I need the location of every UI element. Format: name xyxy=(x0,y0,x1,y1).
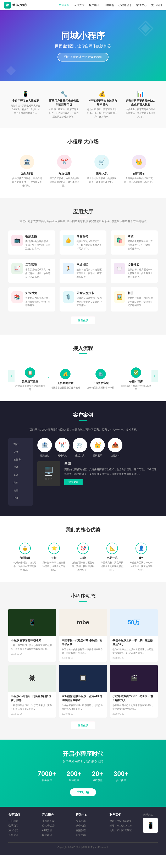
market-grid: 🏦 活跃钱包 提供便捷支付服务，用户扫码即可完成支付，方便快捷，安全可靠。 ✂️… xyxy=(8,155,158,188)
cta-button[interactable]: 立即开始 xyxy=(70,788,96,796)
footer-link[interactable]: 联系我们 xyxy=(8,824,34,828)
flow-prev-button[interactable]: ‹ xyxy=(8,370,14,382)
app-card-info: 相册 支持照片分享、相册管理等功能，为用户提供美好记忆存储空间。 xyxy=(128,291,155,307)
cta-section: 开启小程序时代 您的梦想与远见，我们帮您实现 7000+ 服务客户 200+ 应… xyxy=(0,740,166,807)
footer-link[interactable]: 网站建设 xyxy=(42,834,68,837)
news-card-body: 企业如何利用小程序，引流APP打通微信流量渠道 企业如何有效利用小程序引流，进而… xyxy=(59,692,107,718)
hero-decoration: ◈ xyxy=(138,14,154,39)
nav-link[interactable]: 客户案例 xyxy=(89,2,99,8)
app-more-button[interactable]: 查看更多 xyxy=(71,317,95,324)
footer-link[interactable]: 公司简介 xyxy=(8,819,34,823)
footer-link[interactable]: 视频教程 xyxy=(76,829,101,832)
flow-step-text: 审核通过后即可正式使用小程序 xyxy=(120,385,152,391)
market-card-title: 生活人员 xyxy=(86,172,117,176)
news-card-title: 小程序 春节暂停审核通知 xyxy=(11,639,54,643)
app-hall-section: 应用大厅 通过不同形式多方面运营商业应用场景, 给不同的商家提供最完整的应用服务… xyxy=(0,198,166,335)
intro-text: 微信小程序的开发对于大部分行业来说，都是个大利好，小程序开发能力赋能各... xyxy=(10,104,40,115)
news-card-img-label: 微 xyxy=(29,674,35,682)
footer-link[interactable]: 操作指南 xyxy=(76,824,101,828)
footer-link[interactable]: 新闻资讯 xyxy=(8,834,34,837)
news-card-title: 小程序不只门面，门店更多的价值在于服务 xyxy=(11,694,54,702)
news-more-button[interactable]: 查看更多 xyxy=(71,722,95,729)
nav-link[interactable]: 应用大厅 xyxy=(74,2,85,8)
app-hall-header: 应用大厅 通过不同形式多方面运营商业应用场景, 给不同的商家提供最完整的应用服务… xyxy=(8,209,158,223)
footer-col-title: 联系我们 xyxy=(109,813,135,817)
flow-step: 💰 选择套餐付款 根据需求选择适合的服务套餐 xyxy=(50,369,81,389)
advantage-icon: 📐 xyxy=(106,542,118,554)
app-card-info: 视频直播 实现多种类型直播需求，提供专业直播功能，支持互动、打赏等。 xyxy=(25,235,52,251)
client-sidebar-item[interactable]: 分类 xyxy=(11,448,30,456)
app-card-info: 语音识别打卡 智能语音识别技术，实现便捷打卡签到，提升用户互动体验。 xyxy=(76,291,104,307)
client-sidebar-item[interactable]: 首页 xyxy=(11,441,30,448)
news-card: 58万 微信小程序上线一年，累计注册数量达58万 微信小程序自上线以来发展迅速，… xyxy=(110,609,158,662)
news-card-image: 58万 xyxy=(110,609,158,636)
footer-link[interactable]: 电话：400-xxx-xxxx xyxy=(109,819,135,823)
navigation: 微 微信小程序 网站首页应用大厅客户案例代理加盟小程序动态帮助中心关于我们 xyxy=(0,0,166,10)
news-card-title: 微信小程序上线一年，累计注册数量达58万 xyxy=(112,639,155,647)
footer-link[interactable]: 公众号运营 xyxy=(42,824,68,828)
advantage-title: 我们的核心优势 xyxy=(8,526,158,533)
app-card-text: 实现多种类型直播需求，提供专业直播功能，支持互动、打赏等。 xyxy=(25,240,52,251)
news-card: 微 小程序不只门面，门店更多的价值在于服务 小程序不只是门面，对于门店来说，更多… xyxy=(8,665,56,718)
footer-link[interactable]: 常见问题 xyxy=(76,819,101,823)
advantage-text: 产品线完整，满足不同规模企业的数字化转型需求。 xyxy=(100,561,125,572)
app-hall-line xyxy=(79,217,87,217)
app-card: 🛍️ 商城 完整的电商解决方案，支持商品管理、订单处理、售后服务等。 xyxy=(110,230,158,255)
client-sidebar-item[interactable]: 会员 xyxy=(11,472,30,478)
nav-link[interactable]: 代理加盟 xyxy=(104,2,114,8)
market-card: 🛒 生活人员 整合本地生活服务，提供便民服务，让生活更加便利。 xyxy=(86,155,117,188)
nav-link[interactable]: 关于我们 xyxy=(151,2,162,8)
client-sidebar-item[interactable]: 地图 xyxy=(11,487,30,494)
market-header: 小程序·大市场 xyxy=(8,138,158,147)
client-sidebar-item[interactable]: 订单 xyxy=(11,464,30,471)
footer-link[interactable]: 开发文档 xyxy=(76,834,101,837)
client-preview-image: 🖥️ 预览图 xyxy=(37,461,60,486)
client-qr-icon: 👑 xyxy=(90,438,105,453)
advantage-text: 用户好评率高，服务体验优良，持续优化产品品质。 xyxy=(41,561,66,572)
footer-col-title: 帮助中心 xyxy=(76,813,101,817)
news-card-body: 微信小程序上线一年，累计注册数量达58万 微信小程序自上线以来发展迅速，注册数量… xyxy=(110,636,158,662)
footer-col-title: 产品服务 xyxy=(42,813,68,817)
client-desc: 我们已为3000+商家提供解决方案，每天有数以万计的买家、卖家，个人一对一、多对… xyxy=(8,428,158,432)
nav-link[interactable]: 小程序动态 xyxy=(119,2,132,8)
flow-next-button[interactable]: › xyxy=(152,370,158,382)
advantage-grid: 🔒 代码托管 代码安全托管，稳定可靠，支持版本管理与快速回滚。 ⭐ 好评 用户好… xyxy=(8,542,158,572)
news-card-text: 小春：春节期间，微信小程序暂停审核服务，请各位开发者提前做好规划安排... xyxy=(11,644,54,651)
footer-link[interactable]: 加入我们 xyxy=(8,829,34,832)
footer-link[interactable]: 地址：广州市天河区 xyxy=(109,829,135,832)
cta-stat: 20+ 城市覆盖 xyxy=(92,770,103,782)
client-sidebar-item[interactable]: 购物车 xyxy=(11,456,30,463)
logo[interactable]: 微 微信小程序 xyxy=(4,2,27,8)
client-sidebar-item[interactable]: 代理 xyxy=(11,495,30,502)
app-card-title: 点餐外卖 xyxy=(128,263,155,267)
news-card-body: 小程序助力图书行业，销量同比增长幅度惊人 小程序在图书行业的应用取得显著成效，带… xyxy=(110,692,158,718)
app-card-text: 提供丰富的内容营销工具，助力商家精准触达目标用户群体。 xyxy=(76,240,104,251)
client-qr-item: 👑 品牌展示 xyxy=(90,438,105,457)
nav-link[interactable]: 网站首页 xyxy=(59,2,69,8)
client-qr-row: 🏦 活跃钱包 ✂️ 附近优惠 🛒 生活人员 👑 品牌展示 📤 上传素材 xyxy=(37,438,158,457)
client-more-button[interactable]: 查看更多 xyxy=(64,479,82,485)
footer-column: 关于我们 公司简介联系我们加入我们新闻资讯 xyxy=(8,813,34,838)
advantage-header: 我们的核心优势 xyxy=(8,526,158,535)
news-grid: 📱 小程序 春节暂停审核通知 小春：春节期间，微信小程序暂停审核服务，请各位开发… xyxy=(8,609,158,718)
intro-icon: 💰 xyxy=(87,90,117,97)
market-card: 🏦 活跃钱包 提供便捷支付服务，用户扫码即可完成支付，方便快捷，安全可靠。 xyxy=(11,155,42,188)
news-header: 小程序动态 xyxy=(8,593,158,601)
advantage-item: 🔒 代码托管 代码安全托管，稳定可靠，支持版本管理与快速回滚。 xyxy=(12,542,37,572)
app-card-title: 活动营销 xyxy=(25,263,52,267)
footer-top: 关于我们 公司简介联系我们加入我们新闻资讯 产品服务 小程序开发公众号运营APP… xyxy=(8,813,158,838)
advantage-icon: 👤 xyxy=(135,542,147,554)
footer-link[interactable]: 邮箱：xxx@xxx.com xyxy=(109,824,135,828)
client-qr-name: 活跃钱包 xyxy=(37,454,52,457)
client-sidebar-item[interactable]: 内容 xyxy=(11,479,30,486)
nav-link[interactable]: 帮助中心 xyxy=(136,2,147,8)
hero-button[interactable]: 通过互联网让生活变得更简单 xyxy=(58,53,108,62)
client-qr-name: 上传素材 xyxy=(108,454,123,457)
footer-link[interactable]: APP开发 xyxy=(42,829,68,832)
footer-link[interactable]: 小程序开发 xyxy=(42,819,68,823)
hero-section: ◈ ◆ 同城小程序 网提生活圈，让你自媒体赚钱利器 通过互联网让生活变得更简单 xyxy=(0,10,166,81)
flow-step-icon: 📋 xyxy=(25,367,35,378)
flow-step-title: 上传资质审核 xyxy=(85,381,116,385)
news-card: 📱 小程序 春节暂停审核通知 小春：春节期间，微信小程序暂停审核服务，请各位开发… xyxy=(8,609,56,662)
intro-box: 🔧 覆盖用户数量标准解锁规则的应用市场 小程序上线至今，积累了海量用户，用户粘性… xyxy=(47,87,81,122)
